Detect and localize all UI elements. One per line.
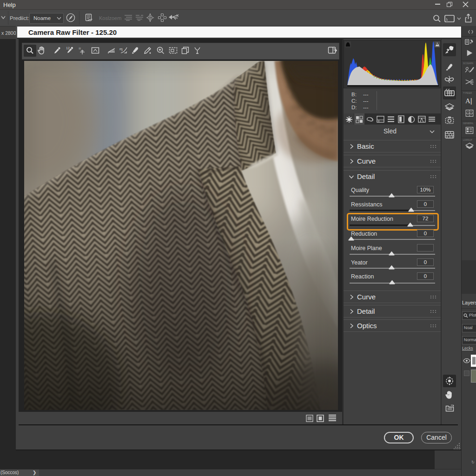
svg-text:ɱ: ɱ [119, 47, 123, 51]
svg-text:12: 12 [66, 46, 70, 50]
svg-text:⌗: ⌗ [79, 46, 81, 51]
